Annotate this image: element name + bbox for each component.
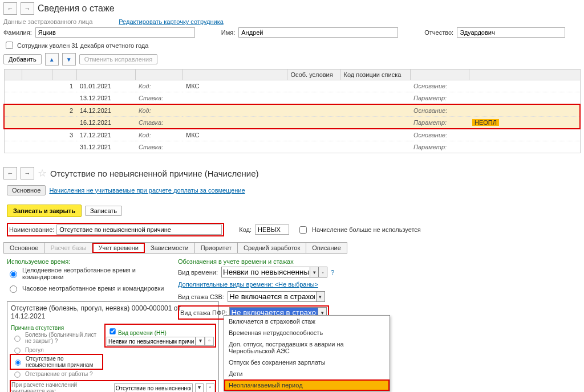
tab-6[interactable]: Описание [306,243,347,253]
edit-card-link[interactable]: Редактировать карточку сотрудника [119,18,224,25]
calc-name-input[interactable] [56,224,222,235]
mf-r1[interactable] [14,336,20,341]
calc-tabs: ОсновноеРасчет базыУчет времениЗависимос… [3,242,347,254]
table-row[interactable]: 16.12.2021Ставка:Параметр:НЕОПЛ [4,117,580,129]
page-title: Сведения о стаже [38,2,115,15]
kind-label: Вид времени: [178,269,218,276]
full-day-radio[interactable] [10,271,17,278]
calc-code-label: Код: [239,226,252,233]
kind-combo[interactable]: ▾ ▫ [221,267,327,277]
chevron-down-icon[interactable]: ▾ [316,292,325,301]
surname-label: Фамилия: [3,29,32,36]
move-up-button[interactable]: ▲ [45,53,59,66]
mf-r2[interactable] [14,348,20,353]
mf-r3[interactable] [15,360,21,365]
dd-item[interactable]: Временная нетрудоспособность [224,327,390,338]
table-row[interactable]: 101.01.2021Код:МКСОснование: [4,80,580,92]
not-used-checkbox[interactable] [299,226,307,234]
col-position: Код позиции списка [340,70,410,80]
employee-fired-checkbox[interactable] [6,42,13,49]
patronymic-label: Отчество: [424,29,453,36]
calc-name-label: Наименование: [9,226,54,233]
pfr-dropdown-list: Включается в страховой стажВременная нет… [224,315,390,391]
dd-item[interactable]: Включается в страховой стаж [224,316,390,327]
employee-fired-label: Сотрудник уволен 31 декабря отчетного го… [17,42,148,49]
table-row[interactable]: 214.12.2021Код:Основание: [4,104,580,117]
mf-kind-check[interactable] [110,328,115,334]
col-special: Особ. условия [287,70,340,80]
calc-title: Отсутствие по невыясненной причине (Начи… [50,169,258,178]
table-row[interactable]: 13.12.2021Ставка:Параметр: [4,92,580,105]
insured-data-label: Данные застрахованного лица [3,18,92,25]
table-row[interactable]: 317.12.2021Код:МКСОснование: [4,129,580,141]
dd-item[interactable]: Доп. отпуск, пострадавших в аварии на Че… [224,338,390,357]
table-row[interactable]: 31.12.2021Ставка:Параметр: [4,141,580,153]
designations-label: Обозначения в учете времени и стажах [178,258,581,265]
pfr-label: Вид стажа ПФР: [180,309,227,316]
move-down-button[interactable]: ▼ [62,53,76,66]
forward2-button[interactable]: → [21,167,34,179]
back2-button[interactable]: ← [3,167,17,179]
forward-button[interactable]: → [21,2,34,15]
hourly-label: Часовое неотработанное время и командиро… [22,285,164,292]
name-input[interactable] [238,27,398,38]
exclusion-link[interactable]: Начисления не учитываемые при расчете до… [49,187,245,194]
name-label: Имя: [221,29,235,36]
dd-item[interactable]: Неоплачиваемый период [224,379,390,391]
favorite-icon[interactable]: ☆ [38,167,47,179]
szv-combo[interactable]: ▾ [228,291,325,302]
cancel-corrections-button[interactable]: Отменить исправления [79,54,157,64]
chevron-down-icon[interactable]: ▾ [310,267,318,277]
tab-4[interactable]: Приоритет [195,243,238,253]
save-button[interactable]: Записать [85,206,122,216]
not-used-label: Начисление больше не используется [312,226,421,233]
szv-label: Вид стажа СЗВ: [178,293,224,300]
hourly-radio[interactable] [10,285,17,293]
tab-3[interactable]: Зависимости [145,243,195,253]
help-icon[interactable]: ? [331,269,334,276]
kind-input[interactable] [222,267,310,277]
full-day-label: Целодневное неотработанное время и коман… [22,267,167,280]
patronymic-input[interactable] [457,27,565,38]
tab-5[interactable]: Средний заработок [238,243,306,253]
tab-2[interactable]: Учет времени [92,243,145,253]
mf-r4[interactable] [14,371,20,377]
experience-table: Особ. условия Код позиции списка 101.01.… [3,69,581,153]
save-close-button[interactable]: Записать и закрыть [7,205,82,217]
tab-0[interactable]: Основное [4,243,44,253]
calc-code-input[interactable] [255,224,289,235]
surname-input[interactable] [35,27,195,38]
dd-item[interactable]: Дети [224,368,390,379]
szv-input[interactable] [228,292,316,301]
add-button[interactable]: Добавить [3,54,42,64]
tab-1[interactable]: Расчет базы [44,243,92,253]
mf-reason-label: Причина отсутствия [11,325,102,331]
dd-item[interactable]: Отпуск без сохранения зарплаты [224,357,390,368]
additional-kinds-link[interactable]: Дополнительные виды времени: <Не выбраны… [178,281,318,288]
used-time-label: Используемое время: [7,258,167,265]
back-button[interactable]: ← [3,2,17,15]
open-icon[interactable]: ▫ [318,267,327,277]
main-link[interactable]: Основное [7,185,46,195]
